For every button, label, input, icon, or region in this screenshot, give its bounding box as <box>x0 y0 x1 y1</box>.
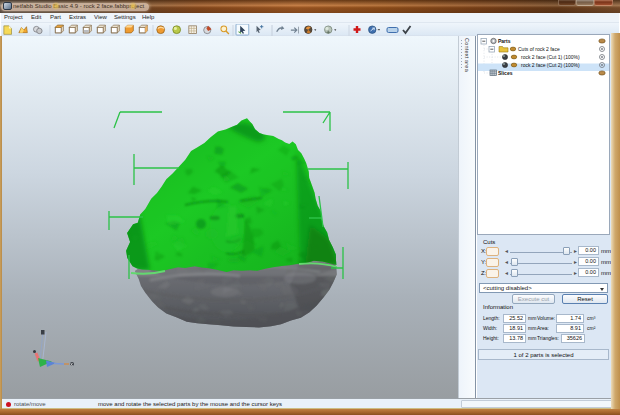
svg-text:rock 2 face (Cut 1) (100%): rock 2 face (Cut 1) (100%) <box>521 54 580 60</box>
svg-text:rock 2 face (Cut 2) (100%): rock 2 face (Cut 2) (100%) <box>521 62 580 68</box>
svg-text:Cuts of rock 2 face: Cuts of rock 2 face <box>518 46 560 52</box>
svg-text:Slices: Slices <box>498 70 513 76</box>
svg-text:Parts: Parts <box>498 38 511 44</box>
